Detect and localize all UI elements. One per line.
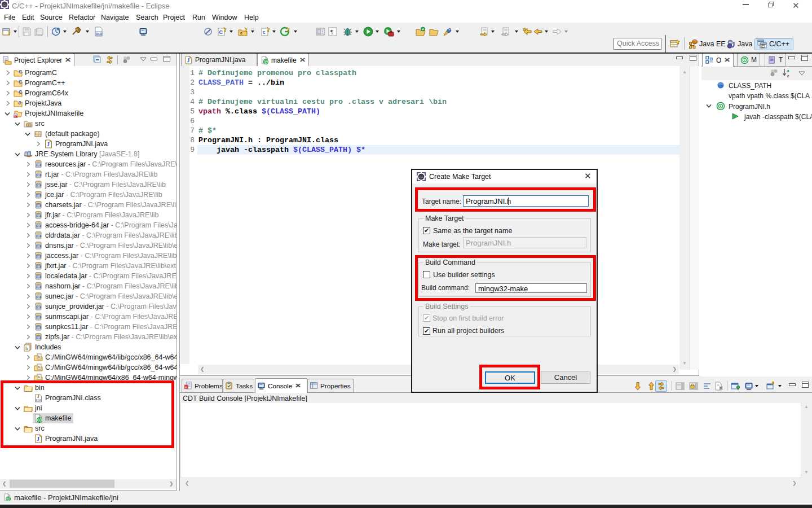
svg-text:z: z bbox=[787, 73, 789, 78]
svg-text:¶: ¶ bbox=[330, 28, 333, 35]
svg-text:C: C bbox=[219, 29, 223, 35]
svg-text:C: C bbox=[762, 45, 764, 48]
svg-text:c: c bbox=[263, 29, 266, 35]
svg-text:c: c bbox=[240, 31, 242, 35]
svg-text:010: 010 bbox=[96, 32, 102, 36]
svg-text:x: x bbox=[185, 385, 187, 389]
